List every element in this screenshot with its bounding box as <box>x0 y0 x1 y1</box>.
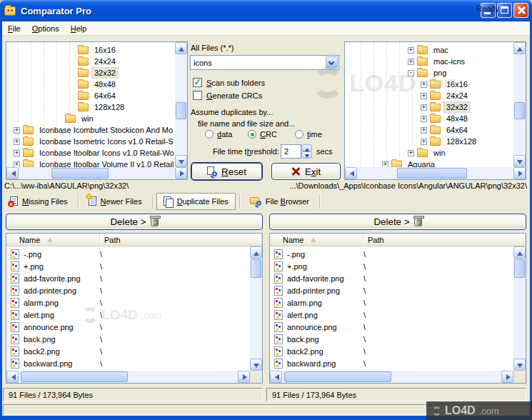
scroll-up-icon[interactable] <box>250 246 262 259</box>
radio-crc[interactable]: CRC <box>248 130 277 139</box>
tree-item[interactable]: 24x24 <box>6 56 175 67</box>
generate-crcs-checkbox[interactable]: Generate CRCs <box>193 91 262 100</box>
expand-plus-icon[interactable] <box>14 139 20 145</box>
tree-item[interactable]: 64x64 <box>6 90 175 101</box>
list-item[interactable]: -.png\ <box>6 248 250 260</box>
title-bar[interactable]: Comparator Pro <box>0 0 532 21</box>
scroll-left-icon[interactable] <box>6 167 19 179</box>
close-button[interactable] <box>513 3 528 18</box>
list-item[interactable]: announce.png\ <box>270 321 513 333</box>
expand-plus-icon[interactable] <box>421 93 427 99</box>
filter-combobox[interactable]: icons <box>190 55 339 70</box>
scroll-down-icon[interactable] <box>250 359 262 371</box>
column-header-path[interactable]: Path <box>363 234 526 246</box>
delete-right-button[interactable]: Delete > <box>269 214 526 230</box>
scroll-thumb[interactable] <box>514 259 525 278</box>
radio-time[interactable]: time <box>295 130 322 139</box>
tree-item[interactable]: 16x16 <box>6 44 175 56</box>
scroll-down-icon[interactable] <box>513 155 526 167</box>
list-item[interactable]: announce.png\ <box>6 321 250 333</box>
scroll-thumb[interactable] <box>397 168 467 179</box>
scroll-left-icon[interactable] <box>345 167 357 179</box>
tree-item-selected[interactable]: 32x32 <box>345 101 513 113</box>
expand-plus-icon[interactable] <box>382 161 388 168</box>
tree-item-selected[interactable]: 32x32 <box>6 67 175 79</box>
expand-plus-icon[interactable] <box>421 139 427 145</box>
list-item[interactable]: back.png\ <box>270 333 513 345</box>
tree-item[interactable]: mac <box>345 44 513 56</box>
scan-subfolders-checkbox[interactable]: Scan sub folders <box>193 78 265 87</box>
scroll-thumb[interactable] <box>21 371 128 382</box>
delete-left-button[interactable]: Delete > <box>6 214 263 230</box>
tree-item[interactable]: win <box>6 113 175 124</box>
menu-help[interactable]: Help <box>65 22 93 35</box>
scroll-left-icon[interactable] <box>270 371 282 383</box>
tab-missing-files[interactable]: x Missing Files <box>4 194 74 209</box>
list-item[interactable]: alert.png\ <box>270 309 513 321</box>
combobox-dropdown-button[interactable] <box>326 56 338 69</box>
tree-item[interactable]: Iconbase Itoolbar Volume II v1.0 Retail <box>6 159 175 167</box>
scroll-down-icon[interactable] <box>513 359 526 371</box>
expand-plus-icon[interactable] <box>421 104 427 111</box>
list-item[interactable]: backward.png\ <box>6 357 250 369</box>
tree-item[interactable]: Iconbase Icombufet Stockicon And Mo <box>6 124 175 136</box>
vertical-scrollbar[interactable] <box>250 246 262 371</box>
scroll-thumb[interactable] <box>284 371 391 382</box>
tree-item[interactable]: Iconbase Isometric Icons v1.0 Retail-S <box>6 136 175 147</box>
horizontal-scrollbar[interactable] <box>345 167 526 179</box>
tree-item[interactable]: win <box>345 147 513 159</box>
list-item[interactable]: alarm.png\ <box>270 296 513 309</box>
scroll-up-icon[interactable] <box>513 42 526 54</box>
reset-button[interactable]: Reset <box>191 163 262 180</box>
scroll-up-icon[interactable] <box>513 246 526 259</box>
radio-selected-icon[interactable] <box>248 130 256 139</box>
list-item[interactable]: add-favorite.png\ <box>270 272 513 284</box>
list-item[interactable]: add-printer.png\ <box>270 284 513 296</box>
radio-icon[interactable] <box>205 130 214 139</box>
scroll-right-icon[interactable] <box>501 371 513 383</box>
spinner-up-icon[interactable] <box>301 144 312 151</box>
tree-item[interactable]: 128x128 <box>345 136 513 147</box>
vertical-scrollbar[interactable] <box>175 42 187 167</box>
scroll-thumb[interactable] <box>51 168 109 179</box>
list-item[interactable]: add-printer.png\ <box>6 284 250 296</box>
tree-item[interactable]: 24x24 <box>345 90 513 101</box>
tree-item[interactable]: png <box>345 67 513 79</box>
scroll-thumb[interactable] <box>251 259 261 278</box>
scroll-right-icon[interactable] <box>238 371 250 383</box>
checkbox-unchecked-icon[interactable] <box>193 91 202 100</box>
list-item[interactable]: back2.png\ <box>270 345 513 357</box>
expand-plus-icon[interactable] <box>408 150 414 156</box>
tab-newer-files[interactable]: Newer Files <box>82 194 149 209</box>
list-item[interactable]: +.png\ <box>6 260 250 272</box>
expand-plus-icon[interactable] <box>421 81 427 88</box>
list-item[interactable]: alarm.png\ <box>6 296 250 309</box>
scroll-left-icon[interactable] <box>6 371 19 383</box>
tab-file-browser[interactable]: File Browser <box>244 194 316 209</box>
expand-plus-icon[interactable] <box>14 127 20 134</box>
scroll-thumb[interactable] <box>514 102 525 119</box>
list-item[interactable]: add-favorite.png\ <box>6 272 250 284</box>
menu-options[interactable]: Options <box>26 22 65 35</box>
vertical-scrollbar[interactable] <box>513 246 526 371</box>
expand-plus-icon[interactable] <box>14 161 20 168</box>
maximize-button[interactable] <box>497 3 512 18</box>
expand-plus-icon[interactable] <box>408 59 414 65</box>
scroll-down-icon[interactable] <box>175 155 187 167</box>
tree-item[interactable]: mac-icns <box>345 56 513 67</box>
threshold-spinner[interactable] <box>301 144 312 159</box>
radio-icon[interactable] <box>295 130 303 139</box>
expand-plus-icon[interactable] <box>421 116 427 122</box>
horizontal-scrollbar[interactable] <box>270 371 513 383</box>
scroll-thumb[interactable] <box>176 102 186 119</box>
spinner-down-icon[interactable] <box>301 151 312 159</box>
column-header-name[interactable]: Name <box>6 234 100 246</box>
column-header-path[interactable]: Path <box>100 234 262 246</box>
list-item[interactable]: alert.png\ <box>6 309 250 321</box>
radio-data[interactable]: data <box>205 130 232 139</box>
checkbox-checked-icon[interactable] <box>193 78 202 87</box>
threshold-input[interactable]: 2 <box>281 144 301 159</box>
scroll-up-icon[interactable] <box>175 42 187 54</box>
exit-button[interactable]: Exit <box>271 163 341 180</box>
tree-item[interactable]: Aquaria <box>345 159 513 167</box>
